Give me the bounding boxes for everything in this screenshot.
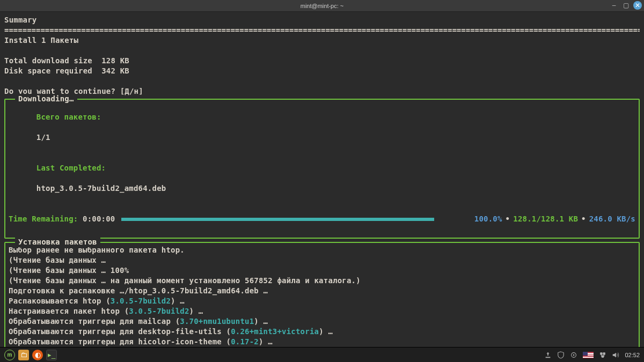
continue-prompt: Do you want to continue? [Д/н] [4, 86, 640, 97]
keyboard-layout-icon[interactable] [583, 352, 594, 358]
update-icon[interactable] [544, 351, 552, 359]
clock[interactable]: 02:52 [625, 352, 640, 358]
download-total-value: 1/1 [36, 133, 50, 142]
firefox-launcher-icon[interactable]: ◐ [32, 350, 43, 360]
install-title: Установка пакетов [15, 237, 100, 247]
network-icon[interactable] [599, 351, 606, 359]
download-total-row: Всего пакетов: 1/1 [9, 102, 635, 153]
mint-menu-icon[interactable]: m [4, 350, 15, 360]
blank-row [4, 46, 640, 56]
terminal-content: Summary ================================… [0, 12, 644, 362]
install-log-line: Распаковывается htop (3.0.5-7build2) … [9, 296, 635, 306]
taskbar: m 🗀 ◐ ▸_ 02:52 [0, 347, 644, 362]
download-last-value: htop_3.0.5-7build2_amd64.deb [36, 184, 166, 193]
minimize-button[interactable]: – [610, 1, 618, 10]
install-log-line: Обрабатываются триггеры для hicolor-icon… [9, 337, 635, 347]
download-progress-bar [121, 218, 434, 221]
settings-icon[interactable] [570, 351, 577, 359]
install-log-line: Настраивается пакет htop (3.0.5-7build2)… [9, 306, 635, 316]
install-log-line: Выбор ранее не выбранного пакета htop. [9, 245, 635, 255]
download-total-label: Всего пакетов: [36, 113, 101, 121]
download-time-label: Time Remaining: [9, 215, 78, 223]
window-title: mint@mint-pc: ~ [301, 3, 344, 9]
download-percent: 100.0% [474, 215, 502, 223]
install-log-line: (Чтение базы данных … [9, 255, 635, 265]
terminal-launcher-icon[interactable]: ▸_ [46, 350, 57, 360]
window-controls: – ▢ ✕ [610, 1, 642, 10]
download-time-value: 0:00:00 [83, 215, 115, 223]
download-speed: 246.0 KB/s [589, 215, 635, 223]
install-log-line: (Чтение базы данных … на данный момент у… [9, 276, 635, 286]
disk-space: Disk space required 342 KB [4, 66, 640, 76]
download-stats: 100.0%•128.1/128.1 KB•246.0 KB/s [437, 204, 635, 234]
summary-rule: ========================================… [4, 25, 640, 35]
volume-icon[interactable] [612, 351, 619, 359]
blank-row [4, 76, 640, 86]
install-log-line: Обрабатываются триггеры для mailcap (3.7… [9, 316, 635, 327]
install-log-line: (Чтение базы данных … 100% [9, 265, 635, 276]
install-frame: Установка пакетов Выбор ранее не выбранн… [4, 242, 640, 362]
close-button[interactable]: ✕ [633, 1, 642, 10]
download-bytes: 128.1/128.1 KB [513, 215, 578, 223]
svg-point-1 [573, 354, 575, 356]
install-log-line: Подготовка к распаковке …/htop_3.0.5-7bu… [9, 286, 635, 296]
maximize-button[interactable]: ▢ [621, 1, 630, 10]
files-launcher-icon[interactable]: 🗀 [18, 350, 29, 360]
download-last-row: Last Completed: htop_3.0.5-7build2_amd64… [9, 153, 635, 204]
install-log-line: Обрабатываются триггеры для desktop-file… [9, 327, 635, 337]
window-title-bar: mint@mint-pc: ~ – ▢ ✕ [0, 0, 644, 12]
download-frame: Downloading… Всего пакетов: 1/1 Last Com… [4, 99, 640, 239]
download-size: Total download size 128 KB [4, 56, 640, 66]
summary-heading: Summary [4, 15, 640, 25]
download-last-label: Last Completed: [36, 164, 106, 172]
download-progress-row: Time Remaining: 0:00:00 100.0%•128.1/128… [9, 204, 635, 234]
shield-icon[interactable] [557, 351, 565, 359]
download-title: Downloading… [15, 94, 77, 104]
install-count: Install 1 Пакеты [4, 35, 640, 46]
